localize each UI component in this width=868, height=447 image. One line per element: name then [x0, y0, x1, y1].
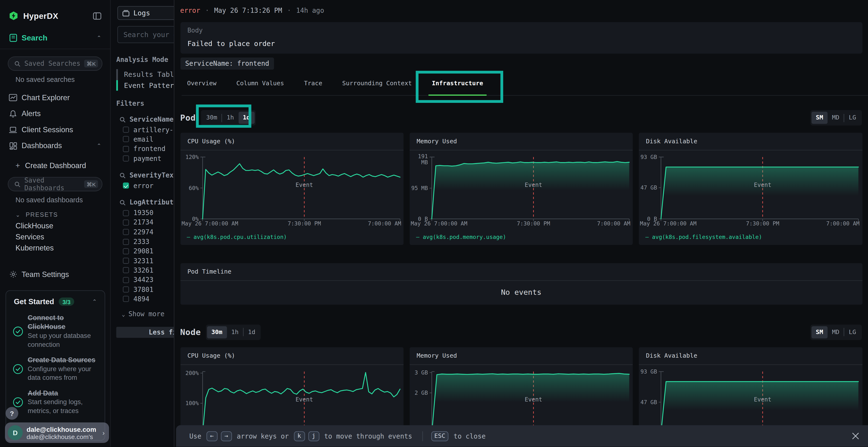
- chart-title: Disk Available: [639, 347, 862, 365]
- gear-icon: [9, 270, 17, 278]
- node-range-1d[interactable]: 1d: [244, 326, 260, 338]
- pod-section-title: Pod: [180, 113, 195, 123]
- checkbox[interactable]: [123, 146, 129, 152]
- chart-legend: — avg(k8s.pod.memory.usage): [409, 232, 633, 245]
- chart-plot-pod-disk: 93 GB47 GB0 BMay 26 7:00:00 AM7:30:00 PM…: [639, 150, 862, 230]
- sidebar-item-search[interactable]: Search ⌃: [0, 32, 110, 43]
- tab-surrounding-context[interactable]: Surrounding Context: [342, 71, 412, 96]
- checkbox[interactable]: [123, 156, 129, 161]
- tab-trace[interactable]: Trace: [304, 71, 322, 96]
- divider: [0, 49, 110, 49]
- chevron-up-icon[interactable]: ⌃: [92, 299, 97, 305]
- node-size-md[interactable]: MD: [828, 326, 844, 338]
- preset-services[interactable]: Services: [0, 231, 110, 242]
- keyboard-hints-footer: Use ← → arrow keys or k j to move throug…: [176, 425, 868, 447]
- sidebar-item-dashboards[interactable]: Dashboards ⌃: [0, 138, 110, 154]
- pod-charts-row: CPU Usage (%)120%60%0%May 26 7:00:00 AM7…: [180, 133, 862, 245]
- get-started-title: Get Started: [14, 298, 54, 306]
- get-started-item-subtitle: Set up your database connection: [28, 332, 99, 349]
- severity-badge: error: [180, 7, 200, 14]
- sidebar-item-team-settings[interactable]: Team Settings: [0, 269, 110, 279]
- preset-kubernetes[interactable]: Kubernetes: [0, 242, 110, 253]
- checkbox[interactable]: [123, 267, 129, 273]
- search-icon: [14, 61, 21, 66]
- svg-text:95 MB: 95 MB: [411, 185, 428, 191]
- avatar: D: [8, 425, 23, 440]
- checkbox[interactable]: [123, 219, 129, 226]
- service-name-chip[interactable]: ServiceName: frontend: [180, 58, 274, 70]
- shortcut-badge: ⌘K: [84, 180, 98, 188]
- pod-timeline-empty: No events: [180, 281, 862, 304]
- brand-name: HyperDX: [23, 11, 93, 20]
- get-started-item[interactable]: Create Data SourcesConfigure where your …: [6, 351, 105, 384]
- pod-size-md[interactable]: MD: [828, 112, 844, 124]
- saved-dashboards-placeholder: Saved Dashboards: [24, 176, 84, 192]
- saved-searches-input[interactable]: Saved Searches ⌘K: [8, 56, 102, 71]
- search-icon: [120, 172, 126, 178]
- help-button[interactable]: ?: [5, 407, 18, 420]
- filter-group-name: ServiceName: [129, 115, 173, 123]
- pod-range-1h[interactable]: 1h: [222, 112, 239, 124]
- tab-infrastructure[interactable]: Infrastructure: [432, 71, 483, 96]
- chart-legend: — avg(k8s.pod.cpu.utilization): [180, 232, 404, 245]
- create-dashboard-button[interactable]: + Create Dashboard: [0, 161, 110, 170]
- k-key: k: [294, 431, 305, 441]
- mode-indicator-bar: [116, 69, 118, 80]
- pod-size-lg[interactable]: LG: [844, 112, 861, 124]
- get-started-item-title: Create Data Sources: [28, 355, 99, 365]
- tab-overview[interactable]: Overview: [187, 71, 217, 96]
- node-section-title: Node: [180, 327, 201, 337]
- svg-text:Event: Event: [754, 396, 771, 403]
- chart-title: CPU Usage (%): [180, 347, 404, 365]
- chevron-up-icon[interactable]: ⌃: [97, 34, 101, 40]
- checkbox[interactable]: [123, 277, 129, 283]
- node-range-30m[interactable]: 30m: [207, 326, 227, 338]
- checkbox-checked[interactable]: [123, 182, 129, 188]
- node-range-1h[interactable]: 1h: [227, 326, 243, 338]
- pod-range-1d[interactable]: 1d: [239, 112, 255, 124]
- chevron-down-icon: ⌄: [122, 311, 125, 317]
- journal-icon: [9, 33, 17, 42]
- chart-card-pod-disk: Disk Available93 GB47 GB0 BMay 26 7:00:0…: [639, 133, 862, 245]
- sidebar-item-label: Search: [22, 33, 97, 42]
- sidebar-item-chart-explorer[interactable]: Chart Explorer: [0, 90, 110, 106]
- filter-option-label: 4894: [133, 295, 149, 303]
- preset-clickhouse[interactable]: ClickHouse: [0, 220, 110, 231]
- checkbox[interactable]: [123, 210, 129, 216]
- checkbox[interactable]: [123, 248, 129, 254]
- get-started-item[interactable]: Connect to ClickHouseSet up your databas…: [6, 309, 105, 351]
- event-header: error · May 26 7:13:26 PM · 14h ago: [180, 5, 862, 15]
- pod-range-30m[interactable]: 30m: [202, 112, 222, 124]
- node-size-lg[interactable]: LG: [844, 326, 861, 338]
- checkbox[interactable]: [123, 136, 129, 142]
- checkbox[interactable]: [123, 258, 129, 264]
- svg-text:May 26 7:00:00 AM: May 26 7:00:00 AM: [411, 220, 467, 227]
- sidebar-item-alerts[interactable]: Alerts: [0, 106, 110, 122]
- close-icon[interactable]: [851, 432, 860, 441]
- logs-source-icon: [122, 10, 129, 16]
- pod-size-sm[interactable]: SM: [811, 112, 828, 124]
- checkbox[interactable]: [123, 286, 129, 293]
- source-select-label: Logs: [133, 9, 150, 17]
- svg-text:93 GB: 93 GB: [641, 154, 657, 160]
- tab-column-values[interactable]: Column Values: [236, 71, 284, 96]
- chart-card-pod-memory: Memory Used191MB95 MB0 BMay 26 7:00:00 A…: [409, 133, 633, 245]
- saved-dashboards-input[interactable]: Saved Dashboards ⌘K: [8, 177, 102, 192]
- get-started-item[interactable]: Add DataStart sending logs, metrics, or …: [6, 384, 105, 418]
- chevron-up-icon[interactable]: ⌃: [97, 143, 101, 148]
- collapse-sidebar-icon[interactable]: [93, 12, 101, 20]
- filter-option-label: 33261: [133, 266, 153, 274]
- event-timestamp: May 26 7:13:26 PM: [214, 7, 282, 14]
- tabs-border: [181, 95, 868, 96]
- checkbox[interactable]: [123, 127, 129, 133]
- presets-toggle[interactable]: ⌄ PRESETS: [0, 209, 110, 220]
- user-profile-chip[interactable]: D dale@clickhouse.com dale@clickhouse.co…: [5, 422, 109, 443]
- checkbox[interactable]: [123, 229, 129, 235]
- chart-title: Memory Used: [409, 133, 633, 150]
- event-body-card: Body Failed to place order: [180, 22, 862, 54]
- checkbox[interactable]: [123, 239, 129, 245]
- filter-option-label: error: [133, 182, 153, 190]
- sidebar-item-client-sessions[interactable]: Client Sessions: [0, 122, 110, 138]
- checkbox[interactable]: [123, 296, 129, 302]
- node-size-sm[interactable]: SM: [811, 326, 828, 338]
